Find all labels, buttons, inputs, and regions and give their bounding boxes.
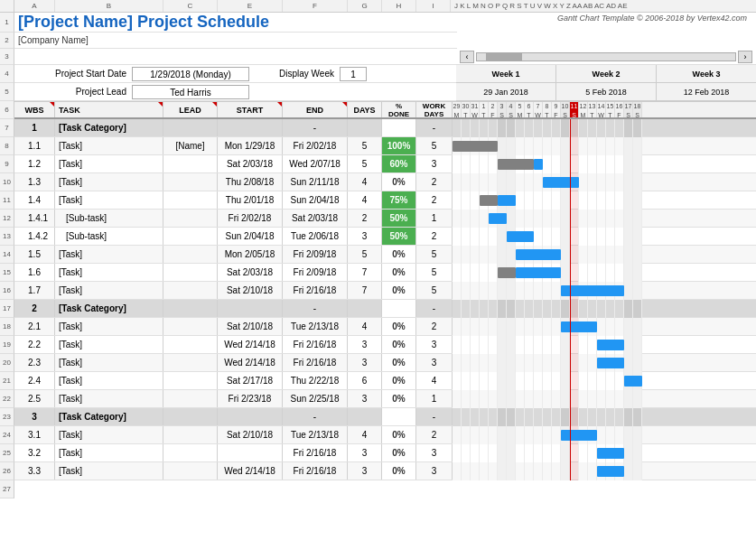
- row-num-24: 24: [0, 426, 14, 444]
- gantt-cell: [588, 246, 597, 264]
- gantt-cell: [579, 246, 588, 264]
- gantt-cell: [543, 210, 552, 228]
- cell-task: [Task]: [55, 191, 163, 209]
- col-letter-f: F: [283, 0, 348, 12]
- row-num-27: 27: [0, 480, 14, 498]
- gantt-cell: [633, 408, 642, 426]
- cell-start: [218, 408, 283, 425]
- gantt-cell: [471, 191, 480, 210]
- cell-lead: [163, 336, 218, 353]
- cell-lead: [163, 372, 218, 389]
- gantt-cell: [489, 372, 498, 390]
- gantt-cell: [624, 191, 633, 210]
- gantt-cell: [588, 137, 597, 155]
- today-line: [570, 191, 571, 210]
- prev-week-button[interactable]: ‹: [460, 51, 474, 63]
- gantt-bar: [498, 159, 534, 170]
- gantt-row-cells: [453, 119, 642, 137]
- gantt-cell: [561, 191, 570, 210]
- cell-start: [218, 119, 283, 136]
- project-start-label: Project Start Date: [14, 69, 132, 79]
- gantt-cell: [552, 390, 561, 408]
- gantt-cell: [534, 390, 543, 408]
- gantt-row-cells: [453, 173, 642, 191]
- cell-days: [348, 408, 382, 425]
- gantt-cell: [498, 300, 507, 318]
- gantt-cell: [498, 228, 507, 246]
- gantt-cell: [579, 300, 588, 318]
- row-num-16: 16: [0, 282, 14, 300]
- today-line: [570, 390, 571, 408]
- cell-wbs: 1.5: [14, 246, 55, 263]
- gantt-cell: [579, 137, 588, 155]
- cell-lead: [163, 408, 218, 425]
- gantt-cell: [561, 444, 570, 462]
- next-week-button[interactable]: ›: [738, 51, 752, 63]
- gantt-cell: [462, 462, 471, 480]
- cell-lead: [163, 390, 218, 407]
- display-week-value[interactable]: 1: [340, 67, 367, 81]
- company-name: [Company Name]: [14, 35, 89, 45]
- gantt-row-cells: [453, 137, 642, 155]
- gantt-cell: [507, 408, 516, 426]
- gantt-cell: [624, 137, 633, 155]
- gantt-scrollbar[interactable]: [476, 52, 736, 61]
- row-num-17: 17: [0, 300, 14, 318]
- gantt-cell: [480, 246, 489, 264]
- cell-start: Thu 2/01/18: [218, 191, 283, 209]
- table-row: 1.6[Task]Sat 2/03/18Fri 2/09/1870%5: [14, 264, 756, 282]
- gantt-cell: [525, 462, 534, 480]
- cell-lead: [163, 191, 218, 209]
- cell-lead: [163, 354, 218, 371]
- gantt-cell: [561, 372, 570, 390]
- gantt-cell: [579, 191, 588, 210]
- gantt-cell: [516, 372, 525, 390]
- gantt-cell: [498, 408, 507, 426]
- gantt-cell: [480, 336, 489, 354]
- gantt-cell: [453, 372, 462, 390]
- gantt-cell: [489, 336, 498, 354]
- gantt-row-cells: [453, 354, 642, 372]
- template-credit: Gantt Chart Template © 2006-2018 by Vert…: [557, 14, 747, 23]
- gantt-row-cells: [453, 444, 642, 462]
- cell-wbs: 2.2: [14, 336, 55, 353]
- cell-work: -: [416, 300, 453, 317]
- cell-task: [Task Category]: [55, 300, 163, 317]
- gantt-cell: [624, 210, 633, 228]
- week2-header: Week 2: [556, 65, 657, 82]
- gantt-cell: [543, 282, 552, 300]
- gantt-cell: [588, 336, 597, 354]
- row-num-13: 13: [0, 228, 14, 246]
- gantt-cell: [516, 318, 525, 336]
- gantt-cell: [615, 318, 624, 336]
- gantt-cell: [606, 390, 615, 408]
- gantt-cell: [462, 246, 471, 264]
- gantt-cell: [534, 354, 543, 372]
- cell-end: Fri 2/16/18: [283, 282, 348, 299]
- gantt-cell: [633, 137, 642, 155]
- gantt-cell: [462, 282, 471, 300]
- cell-end: -: [283, 408, 348, 425]
- gantt-cell: [471, 155, 480, 173]
- gantt-cell: [552, 336, 561, 354]
- gantt-cell: [606, 228, 615, 246]
- gantt-cell: [597, 119, 606, 137]
- gantt-cell: [453, 318, 462, 336]
- gantt-cell: [579, 173, 588, 191]
- gantt-cell: [462, 173, 471, 191]
- project-lead-value[interactable]: Ted Harris: [132, 85, 249, 99]
- cell-pct: 60%: [382, 155, 416, 172]
- gantt-cell: [525, 372, 534, 390]
- cell-start: Wed 2/14/18: [218, 462, 283, 480]
- cell-days: 3: [348, 390, 382, 407]
- table-row: 2[Task Category]--: [14, 300, 756, 318]
- project-start-value[interactable]: 1/29/2018 (Monday): [132, 67, 249, 81]
- cell-start: Sat 2/03/18: [218, 264, 283, 281]
- col-letter-g: G: [348, 0, 382, 12]
- cell-lead: [163, 210, 218, 227]
- cell-wbs: 1.4.2: [14, 228, 55, 245]
- gantt-cell: [570, 119, 579, 137]
- cell-wbs: 3.1: [14, 426, 55, 443]
- gantt-cell: [561, 354, 570, 372]
- gantt-scroll-thumb[interactable]: [486, 53, 522, 61]
